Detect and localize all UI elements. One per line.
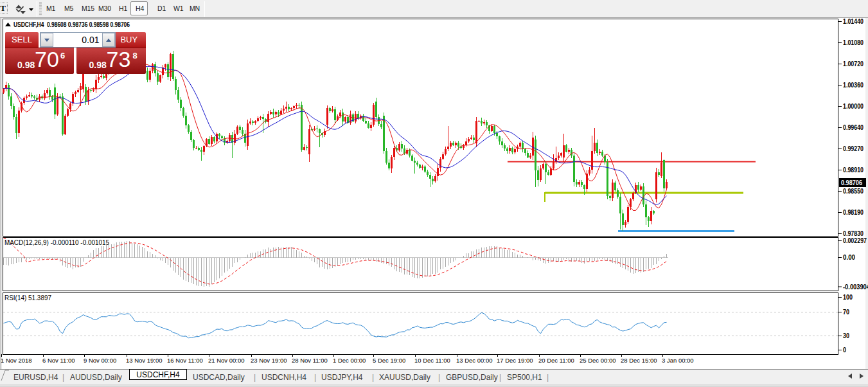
svg-text:13 Dec 00:00: 13 Dec 00:00 bbox=[456, 357, 493, 364]
svg-text:13 Nov 19:00: 13 Nov 19:00 bbox=[126, 357, 163, 364]
svg-text:21 Nov 00:00: 21 Nov 00:00 bbox=[208, 357, 245, 364]
svg-text:USDCHF,H4 0.98608 0.98736 0.9: USDCHF,H4 0.98608 0.98736 0.98598 0.9870… bbox=[13, 21, 130, 28]
svg-text:3 Jan 00:00: 3 Jan 00:00 bbox=[662, 357, 694, 364]
svg-text:0.99640: 0.99640 bbox=[843, 124, 864, 131]
svg-text:0.98706: 0.98706 bbox=[841, 179, 862, 186]
svg-text:-0.003904: -0.003904 bbox=[843, 284, 868, 291]
svg-text:10 Dec 11:00: 10 Dec 11:00 bbox=[414, 357, 450, 364]
svg-text:5 Dec 19:00: 5 Dec 19:00 bbox=[373, 357, 405, 364]
svg-text:1.01080: 1.01080 bbox=[843, 39, 864, 46]
svg-text:1 Dec 00:00: 1 Dec 00:00 bbox=[333, 357, 366, 364]
svg-text:0.98910: 0.98910 bbox=[843, 166, 864, 174]
svg-text:1.01440: 1.01440 bbox=[843, 18, 864, 25]
svg-text:17 Dec 19:00: 17 Dec 19:00 bbox=[497, 357, 533, 364]
svg-text:0.98190: 0.98190 bbox=[843, 209, 864, 216]
svg-text:1 Nov 2018: 1 Nov 2018 bbox=[1, 357, 32, 364]
svg-text:0.98550: 0.98550 bbox=[843, 188, 864, 195]
svg-text:1.00720: 1.00720 bbox=[843, 60, 864, 68]
svg-text:28 Nov 11:00: 28 Nov 11:00 bbox=[292, 357, 328, 364]
svg-text:0.002297: 0.002297 bbox=[843, 237, 867, 244]
svg-text:16 Nov 11:00: 16 Nov 11:00 bbox=[167, 357, 203, 364]
svg-text:1.00000: 1.00000 bbox=[843, 103, 864, 110]
svg-text:0.99270: 0.99270 bbox=[843, 145, 864, 152]
svg-text:25 Dec 00:00: 25 Dec 00:00 bbox=[580, 357, 616, 364]
svg-text:20 Dec 11:00: 20 Dec 11:00 bbox=[538, 357, 574, 364]
svg-text:23 Nov 19:00: 23 Nov 19:00 bbox=[251, 357, 287, 364]
svg-text:RSI(14) 51.3897: RSI(14) 51.3897 bbox=[4, 294, 51, 302]
svg-text:6 Nov 11:00: 6 Nov 11:00 bbox=[42, 357, 75, 364]
svg-text:0: 0 bbox=[843, 346, 846, 354]
svg-text:0.97830: 0.97830 bbox=[843, 230, 864, 237]
svg-text:70: 70 bbox=[843, 309, 849, 316]
svg-text:30: 30 bbox=[843, 332, 849, 339]
svg-text:9 Nov 00:00: 9 Nov 00:00 bbox=[84, 357, 116, 364]
svg-text:100: 100 bbox=[843, 294, 853, 301]
svg-text:0.00: 0.00 bbox=[843, 254, 855, 261]
svg-text:1.00360: 1.00360 bbox=[843, 82, 864, 89]
svg-text:MACD(12,26,9) -0.000110 -0.001: MACD(12,26,9) -0.000110 -0.001015 bbox=[4, 239, 109, 246]
svg-text:28 Dec 15:00: 28 Dec 15:00 bbox=[621, 357, 657, 364]
